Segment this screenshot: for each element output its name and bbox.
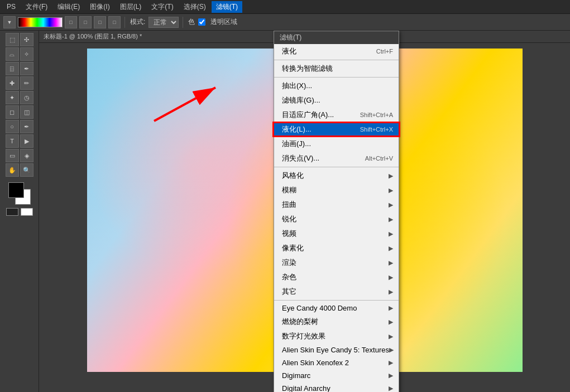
toolbar-btn4[interactable]: □: [108, 16, 121, 28]
main-area: ⬚ ✣ ⌓ ✧ ⌹ ✒ ✚ ✏ ✦ ◷ ◻ ◫ ○ ✒ T ▶: [0, 31, 570, 392]
toolbar-btn1[interactable]: □: [65, 16, 77, 28]
tool-marquee[interactable]: ⬚: [6, 33, 19, 46]
toolbar: ▼ □ □ □ □ 模式: 正常 色 透明区域: [0, 14, 570, 31]
mode-select[interactable]: 正常: [149, 17, 179, 28]
toolbar-gradient[interactable]: [18, 17, 63, 27]
filter-digimarc-label: Digimarc: [282, 371, 310, 380]
mode-label: 模式:: [130, 17, 145, 27]
filter-digital-anarchy[interactable]: Digital Anarchy ▶: [274, 382, 399, 392]
tool-zoom[interactable]: 🔍: [20, 163, 33, 177]
menu-select[interactable]: 选择(S): [179, 1, 210, 13]
tool-stamp[interactable]: ✦: [6, 91, 19, 104]
tool-heal[interactable]: ✚: [6, 76, 19, 90]
tool-row-2: ⌓ ✧: [6, 47, 33, 61]
toolbar-sep2: [183, 17, 183, 28]
menu-ps[interactable]: PS: [2, 2, 20, 12]
canvas-tab[interactable]: 未标题-1 @ 100% (图层 1, RGB/8) *: [39, 31, 570, 43]
tool-3d[interactable]: ◈: [20, 149, 33, 162]
menu-layer[interactable]: 图层(L): [116, 1, 146, 13]
tools-panel: ⬚ ✣ ⌓ ✧ ⌹ ✒ ✚ ✏ ✦ ◷ ◻ ◫ ○ ✒ T ▶: [0, 31, 39, 392]
red-arrow: [143, 76, 232, 132]
menu-text[interactable]: 文字(T): [147, 1, 178, 13]
tool-history[interactable]: ◷: [20, 91, 33, 104]
tool-row-10: ✋ 🔍: [6, 163, 33, 177]
menu-edit[interactable]: 编辑(E): [53, 1, 84, 13]
foreground-color[interactable]: [8, 182, 24, 198]
tool-pen[interactable]: ✒: [20, 120, 33, 133]
tool-type[interactable]: T: [6, 134, 19, 148]
tool-row-1: ⬚ ✣: [6, 33, 33, 46]
tool-lasso[interactable]: ⌓: [6, 47, 19, 61]
menu-file[interactable]: 文件(F): [21, 1, 52, 13]
tool-gradient[interactable]: ◫: [20, 105, 33, 119]
transparent-checkbox[interactable]: [198, 18, 205, 26]
canvas-tab-label: 未标题-1 @ 100% (图层 1, RGB/8) *: [44, 32, 142, 41]
mode-boxes: [6, 208, 33, 216]
toolbar-sep1: [124, 17, 125, 28]
tool-shape[interactable]: ▭: [6, 149, 19, 162]
menu-bar: PS 文件(F) 编辑(E) 图像(I) 图层(L) 文字(T) 选择(S) 滤…: [0, 0, 570, 14]
tool-eraser[interactable]: ◻: [6, 105, 19, 119]
tool-row-7: ○ ✒: [6, 120, 33, 133]
tool-crop[interactable]: ⌹: [6, 62, 19, 75]
tool-row-4: ✚ ✏: [6, 76, 33, 90]
filter-digital-anarchy-arrow: ▶: [389, 385, 393, 392]
tool-row-8: T ▶: [6, 134, 33, 148]
canvas-content: [87, 49, 523, 372]
tool-quick-select[interactable]: ✧: [20, 47, 33, 61]
filter-digimarc-arrow: ▶: [389, 372, 393, 379]
tool-eyedropper[interactable]: ✒: [20, 62, 33, 75]
transparent-label: 透明区域: [210, 17, 237, 27]
tool-row-6: ◻ ◫: [6, 105, 33, 119]
tool-brush[interactable]: ✏: [20, 76, 33, 90]
standard-mode[interactable]: [6, 208, 18, 216]
tool-row-9: ▭ ◈: [6, 149, 33, 162]
tool-path-select[interactable]: ▶: [20, 134, 33, 148]
quickmask-mode[interactable]: [21, 208, 33, 216]
tool-dodge[interactable]: ○: [6, 120, 19, 133]
filter-digital-anarchy-label: Digital Anarchy: [282, 384, 330, 392]
toolbar-btn3[interactable]: □: [94, 16, 106, 28]
canvas-area: 未标题-1 @ 100% (图层 1, RGB/8) *: [39, 31, 570, 392]
tool-row-3: ⌹ ✒: [6, 62, 33, 75]
toolbar-mode-btn[interactable]: ▼: [3, 16, 16, 28]
tool-move[interactable]: ✣: [20, 33, 33, 46]
tool-row-5: ✦ ◷: [6, 91, 33, 104]
menu-image[interactable]: 图像(I): [85, 1, 114, 13]
color-swatches: [8, 182, 31, 205]
tool-hand[interactable]: ✋: [6, 163, 19, 177]
svg-line-1: [154, 88, 215, 121]
color-label: 色: [188, 17, 195, 27]
menu-filter[interactable]: 滤镜(T): [212, 1, 242, 13]
toolbar-btn2[interactable]: □: [79, 16, 92, 28]
